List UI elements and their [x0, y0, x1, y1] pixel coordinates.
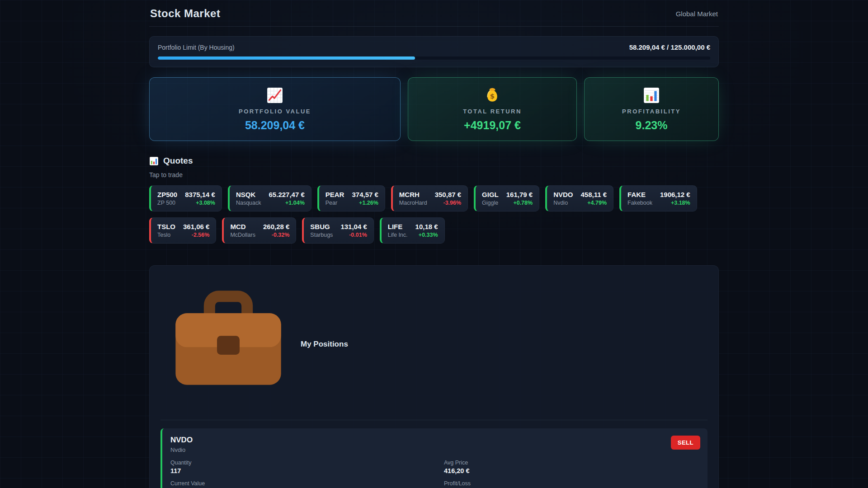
quote-change: +3.08% [185, 200, 215, 206]
quote-tile[interactable]: ZP500 ZP 500 8375,14 € +3.08% [149, 185, 222, 211]
quote-tile[interactable]: PEAR Pear 374,57 € +1.26% [317, 185, 385, 211]
quote-price: 65.227,47 € [269, 191, 305, 198]
quantity-value: 117 [170, 467, 426, 474]
quote-ticker: GIGL [482, 191, 499, 198]
positions-list: SELL NVDO Nvdio Quantity 117 Avg Price 4… [160, 428, 708, 488]
quote-tile[interactable]: NVDO Nvdio 458,11 € +4.79% [545, 185, 613, 211]
bar-chart-icon [149, 156, 159, 166]
quote-price: 361,06 € [183, 223, 209, 230]
quote-tile[interactable]: MCRH MacroHard 350,87 € -3.96% [391, 185, 468, 211]
quotes-subtitle: Tap to trade [149, 171, 719, 178]
quote-ticker: PEAR [326, 191, 344, 198]
market-scope-label: Global Market [676, 10, 718, 18]
portfolio-limit-label: Portfolio Limit (By Housing) [158, 44, 235, 51]
quote-company-name: MacroHard [399, 200, 427, 206]
position-company-name: Nvdio [170, 446, 699, 453]
quote-ticker: NSQK [236, 191, 261, 198]
quote-change: +1.26% [352, 200, 378, 206]
quote-price: 374,57 € [352, 191, 378, 198]
app-header: Stock Market Global Market [149, 0, 719, 27]
quote-tile[interactable]: MCD McDollars 260,28 € -0.32% [222, 217, 296, 244]
quote-company-name: Nvdio [553, 200, 573, 206]
quote-company-name: Life Inc. [388, 232, 408, 238]
quote-tile[interactable]: SBUG Starbugs 131,04 € -0.01% [302, 217, 373, 244]
portfolio-value-amount: 58.209,04 € [245, 119, 305, 132]
total-return-amount: +4919,07 € [464, 119, 521, 132]
page-title: Stock Market [150, 7, 220, 20]
profitability-amount: 9.23% [636, 119, 668, 132]
quantity-label: Quantity [170, 460, 426, 466]
quote-tile[interactable]: NSQK Nasquack 65.227,47 € +1.04% [228, 185, 311, 211]
quote-company-name: Nasquack [236, 200, 261, 206]
quote-price: 131,04 € [340, 223, 367, 230]
quote-price: 350,87 € [435, 191, 461, 198]
quote-tile[interactable]: FAKE Fakebook 1906,12 € +3.18% [619, 185, 697, 211]
quote-ticker: MCD [230, 223, 255, 230]
quote-price: 8375,14 € [185, 191, 215, 198]
profitability-card: PROFITABILITY 9.23% [584, 77, 719, 141]
quote-ticker: FAKE [627, 191, 652, 198]
quote-company-name: Starbugs [310, 232, 333, 238]
bar-chart-icon [643, 87, 660, 104]
position-card: SELL NVDO Nvdio Quantity 117 Avg Price 4… [160, 428, 708, 488]
quote-company-name: ZP 500 [157, 200, 177, 206]
position-ticker: NVDO [170, 436, 699, 445]
quotes-header: Quotes [149, 156, 719, 166]
quotes-title: Quotes [163, 156, 193, 166]
positions-title: My Positions [301, 340, 348, 349]
profit-loss-label: Profit/Loss [444, 480, 699, 487]
briefcase-icon [160, 276, 296, 413]
quote-change: +3.18% [660, 200, 690, 206]
total-return-card: $ TOTAL RETURN +4919,07 € [408, 77, 577, 141]
profitability-label: PROFITABILITY [622, 108, 681, 115]
quote-price: 1906,12 € [660, 191, 690, 198]
portfolio-limit-progress-fill [158, 56, 415, 60]
quote-change: -3.96% [435, 200, 461, 206]
portfolio-limit-value: 58.209,04 € / 125.000,00 € [629, 43, 710, 51]
quote-change: +4.79% [580, 200, 607, 206]
quote-price: 10,18 € [415, 223, 438, 230]
quote-tile[interactable]: TSLO Teslo 361,06 € -2.56% [149, 217, 216, 244]
avg-price-label: Avg Price [444, 460, 699, 466]
portfolio-value-card: PORTFOLIO VALUE 58.209,04 € [149, 77, 401, 141]
quote-tile[interactable]: LIFE Life Inc. 10,18 € +0.33% [380, 217, 445, 244]
quote-price: 161,79 € [506, 191, 533, 198]
quote-change: +0.78% [506, 200, 533, 206]
portfolio-limit-card: Portfolio Limit (By Housing) 58.209,04 €… [149, 36, 719, 67]
svg-text:$: $ [490, 92, 495, 100]
quote-ticker: NVDO [553, 191, 573, 198]
chart-increasing-icon [266, 87, 283, 104]
quote-change: +0.33% [415, 232, 438, 238]
quote-company-name: McDollars [230, 232, 255, 238]
quote-change: -2.56% [183, 232, 209, 238]
main-container: Stock Market Global Market Portfolio Lim… [149, 0, 719, 488]
quote-price: 458,11 € [580, 191, 607, 198]
quote-change: +1.04% [269, 200, 305, 206]
quote-ticker: MCRH [399, 191, 427, 198]
quote-ticker: LIFE [388, 223, 408, 230]
sell-button[interactable]: SELL [671, 436, 700, 450]
quote-price: 260,28 € [263, 223, 289, 230]
positions-panel-header: My Positions [160, 276, 708, 420]
quote-ticker: TSLO [157, 223, 175, 230]
avg-price-value: 416,20 € [444, 467, 699, 474]
positions-panel: My Positions SELL NVDO Nvdio Quantity 11… [149, 265, 719, 488]
quote-tiles: ZP500 ZP 500 8375,14 € +3.08% NSQK Nasqu… [149, 185, 719, 244]
quote-company-name: Pear [326, 200, 344, 206]
stats-row: PORTFOLIO VALUE 58.209,04 € $ TOTAL RETU… [149, 77, 719, 141]
money-bag-icon: $ [484, 87, 501, 104]
quote-ticker: SBUG [310, 223, 333, 230]
portfolio-limit-progress-track [158, 56, 710, 60]
current-value-label: Current Value [170, 480, 426, 487]
total-return-label: TOTAL RETURN [463, 108, 522, 115]
quote-change: -0.32% [263, 232, 289, 238]
quote-ticker: ZP500 [157, 191, 177, 198]
quote-company-name: Teslo [157, 232, 175, 238]
quote-change: -0.01% [340, 232, 367, 238]
quote-company-name: Giggle [482, 200, 499, 206]
quote-tile[interactable]: GIGL Giggle 161,79 € +0.78% [474, 185, 539, 211]
quote-company-name: Fakebook [627, 200, 652, 206]
portfolio-value-label: PORTFOLIO VALUE [239, 108, 311, 115]
